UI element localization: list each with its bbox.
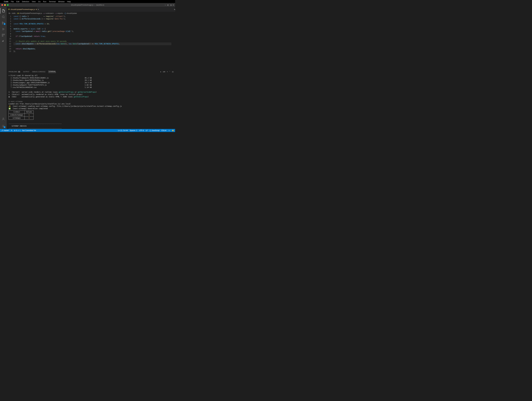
panel-tab-terminal[interactable]: TERMINAL <box>48 71 56 73</box>
toggle-panel-icon[interactable]: ▭ <box>165 4 166 6</box>
docker-icon <box>2 40 5 43</box>
window-title: shouldUpdatePreviewImage.js — stackfive.… <box>71 4 104 6</box>
maximize-window-button[interactable] <box>7 4 9 6</box>
terminal-output[interactable]: + First Load JS shared by all 101 kB ├ c… <box>7 74 175 129</box>
activity-docker[interactable] <box>0 39 7 44</box>
variable-icon: ▢ <box>64 12 66 14</box>
minimap[interactable] <box>171 15 175 69</box>
panel-tab-output[interactable]: OUTPUT <box>23 71 29 72</box>
git-branch[interactable]: ⎇master* <box>1 129 9 131</box>
terminal-dropdown-icon[interactable]: ˅ <box>169 71 170 73</box>
menu-run[interactable]: Run <box>43 0 46 3</box>
svg-rect-9 <box>3 40 3 41</box>
js-file-icon: JS <box>8 9 10 10</box>
breadcrumb-part[interactable]: lib <box>9 12 10 14</box>
panel-tab-debug[interactable]: DEBUG CONSOLE <box>32 71 45 72</box>
account-icon <box>2 117 5 121</box>
activity-scm[interactable]: 2 <box>0 20 7 26</box>
macos-menubar[interactable]: Code File Edit Selection View Go Run Ter… <box>0 0 175 3</box>
problems-status[interactable]: ⊘0 ⚠1 <box>14 129 20 131</box>
extensions-icon <box>2 33 5 37</box>
problems-badge: 1 <box>18 71 20 72</box>
debug-icon <box>2 27 5 31</box>
svg-point-0 <box>2 16 4 18</box>
editor-actions: ⇆ ▯▯ ⋯ <box>173 7 175 12</box>
code-content[interactable]: const { redis } = require('./client');co… <box>13 15 171 69</box>
encoding[interactable]: UTF-8 <box>139 129 144 131</box>
panel-tab-problems[interactable]: PROBLEMS 1 <box>9 71 20 72</box>
toggle-secondary-icon[interactable]: ◨ <box>170 4 171 6</box>
svg-rect-8 <box>3 41 3 42</box>
branch-icon: ⎇ <box>1 129 3 131</box>
minimize-window-button[interactable] <box>4 4 6 6</box>
menu-go[interactable]: Go <box>38 0 40 3</box>
menu-help[interactable]: Help <box>67 0 71 3</box>
activity-debug[interactable] <box>0 26 7 32</box>
breadcrumb-part[interactable]: shouldUpdatePreviewImage.js <box>19 12 42 14</box>
shell-name[interactable]: zsh <box>163 71 165 72</box>
close-window-button[interactable] <box>1 4 3 6</box>
close-tab-icon[interactable]: × <box>38 8 39 11</box>
window-titlebar: shouldUpdatePreviewImage.js — stackfive.… <box>0 3 175 7</box>
breadcrumb-part[interactable]: exports <box>57 12 63 14</box>
git-status[interactable]: Not Committed Yet <box>22 129 36 131</box>
tab-status: M <box>36 9 37 10</box>
activity-extensions[interactable] <box>0 32 7 38</box>
sync-button[interactable]: ↻ <box>11 129 12 131</box>
menu-edit[interactable]: Edit <box>16 0 19 3</box>
editor-body[interactable]: 123456789101112131415 const { redis } = … <box>7 15 175 69</box>
line-gutter: 123456789101112131415 <box>7 15 13 69</box>
activity-settings[interactable]: 1 <box>0 123 7 129</box>
breadcrumbs[interactable]: lib› redis› JS shouldUpdatePreviewImage.… <box>7 12 175 15</box>
breadcrumb-part[interactable]: shouldUpdate <box>67 12 77 14</box>
breadcrumb-part[interactable]: <unknown> <box>45 12 54 14</box>
svg-point-11 <box>3 126 4 127</box>
layout-controls: ▭ ◧ ◨ ⊞ <box>165 4 174 6</box>
eol[interactable]: LF <box>146 129 148 131</box>
notifications-icon[interactable]: 🔔 <box>172 129 174 131</box>
tab-label: shouldUpdatePreviewImage.js <box>11 8 35 10</box>
search-icon <box>2 15 5 19</box>
warning-icon: ⚠ <box>18 129 19 131</box>
compare-changes-icon[interactable]: ⇆ <box>174 8 175 10</box>
new-terminal-icon[interactable]: + <box>167 71 168 72</box>
activity-search[interactable] <box>0 14 7 20</box>
eslint-status[interactable]: ESLint <box>161 129 166 131</box>
split-terminal-icon[interactable]: ▯▯ <box>172 71 174 73</box>
menu-selection[interactable]: Selection <box>22 0 29 3</box>
files-icon <box>2 9 5 13</box>
indentation[interactable]: Spaces: 2 <box>130 129 137 131</box>
problems-label: PROBLEMS <box>9 71 17 72</box>
editor-tab[interactable]: JS shouldUpdatePreviewImage.js M × <box>7 7 37 12</box>
breadcrumb-part[interactable]: redis <box>12 12 16 14</box>
language-mode[interactable]: { } JavaScript <box>150 129 159 131</box>
customize-layout-icon[interactable]: ⊞ <box>173 4 174 6</box>
shell-launcher-icon[interactable]: ▸ <box>160 71 161 73</box>
menu-window[interactable]: Window <box>58 0 64 3</box>
svg-rect-6 <box>2 35 3 37</box>
warning-count: 1 <box>19 129 20 131</box>
activity-explorer[interactable] <box>0 8 7 13</box>
language-label: JavaScript <box>152 129 159 131</box>
panel-actions: ▸ zsh + ˅ ▯▯ 🗑 ^ × <box>160 71 175 73</box>
panel-tabs: PROBLEMS 1 OUTPUT DEBUG CONSOLE TERMINAL… <box>7 70 175 74</box>
toggle-sidebar-icon[interactable]: ◧ <box>167 4 169 6</box>
app-name[interactable]: Code <box>4 0 8 3</box>
menu-terminal[interactable]: Terminal <box>49 0 56 3</box>
menu-view[interactable]: View <box>32 0 36 3</box>
svg-rect-7 <box>2 41 3 42</box>
menu-file[interactable]: File <box>11 0 14 3</box>
branch-name: master* <box>4 129 9 131</box>
activity-accounts[interactable] <box>0 116 7 122</box>
cursor-position[interactable]: Ln 12, Col 44 <box>118 129 128 131</box>
traffic-lights <box>0 4 9 6</box>
svg-rect-5 <box>4 34 5 35</box>
error-count: 0 <box>16 129 17 131</box>
symbol-icon: ◇ <box>56 12 57 14</box>
js-file-icon: JS <box>17 13 19 14</box>
error-icon: ⊘ <box>14 129 15 131</box>
status-bar: ⎇master* ↻ ⊘0 ⚠1 Not Committed Yet Ln 12… <box>0 129 175 132</box>
braces-icon: { } <box>150 129 151 131</box>
symbol-icon: ◇ <box>44 12 45 14</box>
feedback-icon[interactable]: ☺ <box>168 129 170 131</box>
